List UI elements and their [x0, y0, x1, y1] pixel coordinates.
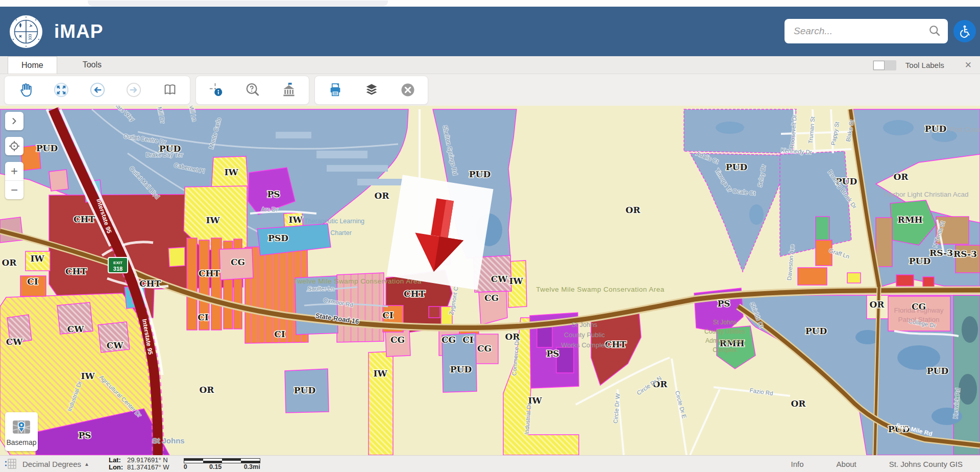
map-label: PUD [469, 169, 491, 179]
tab-bar: Home Tools Tool Labels ✕ [0, 56, 980, 74]
map-label: St Johns [572, 321, 598, 328]
map-label: PUD [36, 143, 58, 153]
map-label: PS [717, 298, 730, 309]
close-circle-icon [400, 82, 415, 98]
lat-value: 29.917691° N [127, 457, 169, 464]
map-label: PSD [268, 233, 288, 243]
accessibility-button[interactable] [953, 20, 976, 42]
map-label: IW [373, 368, 387, 379]
map-label: Saulter Ln [308, 286, 334, 292]
map-label: PS [267, 189, 280, 199]
toolbar-group-inquiry [195, 76, 309, 105]
about-link[interactable]: About [837, 460, 856, 468]
tab-tools[interactable]: Tools [69, 56, 115, 74]
query-button[interactable] [234, 76, 271, 104]
map-label: St Johns [713, 319, 737, 326]
map-label: CW [491, 274, 508, 284]
map-label: CHT [199, 268, 220, 278]
map-label: OR [375, 191, 390, 201]
map-label: CW [67, 324, 85, 334]
map-container: PUDPUDPUDPUDPUDIWPSIWIWPSDCHTCHTCHTCHTCG… [0, 106, 980, 455]
map-label: RS-3 [929, 248, 953, 258]
map-label: RS-3 [953, 249, 977, 259]
zoning-map[interactable]: PUDPUDPUDPUDPUDIWPSIWIWPSDCHTCHTCHTCHTCG… [0, 106, 980, 455]
pan-hand-icon [17, 82, 33, 98]
back-arrow-icon [90, 82, 105, 98]
status-bar: Decimal Degrees ▲ Lat:29.917691° N Lon:8… [0, 455, 980, 472]
bookmarks-button[interactable] [152, 76, 188, 104]
toolbar-group-navigation [4, 76, 190, 105]
map-label: Patrol Station [898, 316, 939, 323]
query-magnifier-icon [245, 82, 260, 98]
toolbar-group-output [314, 76, 428, 105]
identify-icon [209, 82, 224, 98]
previous-extent-button[interactable] [79, 76, 115, 104]
forward-arrow-icon [126, 82, 141, 98]
coordinate-grid-icon [4, 458, 17, 470]
tool-labels-label: Tool Labels [905, 61, 944, 69]
map-label: IW [81, 371, 95, 381]
next-extent-button[interactable] [115, 76, 152, 104]
search-icon[interactable] [928, 25, 942, 38]
map-label: CHT [605, 339, 627, 349]
expand-panel-button[interactable] [5, 112, 23, 130]
browser-artifact-strip [0, 0, 980, 7]
map-label: OR [2, 257, 17, 268]
map-label: St Johns [152, 436, 184, 445]
bookmarks-book-icon [162, 82, 178, 98]
scale-end: 0.3mi [244, 464, 260, 470]
map-label: OR [626, 205, 641, 215]
basemap-label: Basemap [6, 438, 36, 446]
print-button[interactable] [317, 76, 353, 104]
zoom-controls: + − [5, 162, 23, 199]
map-label: PUD [726, 162, 748, 172]
map-label: CHT [65, 266, 87, 276]
app-header: iMAP [0, 7, 980, 56]
map-label: County Public [564, 331, 605, 339]
map-label: Therapeutic Learning [304, 218, 364, 225]
zoom-full-extent-button[interactable] [43, 76, 79, 104]
map-label: County Utilities [704, 328, 745, 335]
map-controls: + − [5, 112, 23, 199]
map-label: CW [107, 340, 124, 350]
map-label: PUD [927, 366, 949, 376]
coordinate-format-dropdown[interactable]: Decimal Degrees ▲ [22, 460, 89, 468]
layer-list-button[interactable] [353, 76, 389, 104]
imap-app: iMAP Home Tools Tool Labels ✕ [0, 0, 980, 472]
map-label: PS [78, 430, 91, 440]
search-input[interactable] [793, 25, 928, 37]
tool-labels-toggle[interactable] [873, 60, 896, 70]
map-label: CG [231, 257, 245, 267]
page-title: iMAP [54, 21, 104, 42]
map-label: CI [274, 329, 285, 339]
zoom-out-button[interactable]: − [5, 180, 23, 199]
map-label: Twelve Mile Swamp Conservation Area [293, 277, 422, 285]
toggle-knob [873, 61, 885, 70]
print-icon [328, 82, 343, 98]
county-gis-link[interactable]: St. Johns County GIS [889, 460, 963, 468]
scale-bar-graphic [184, 458, 260, 463]
close-icon[interactable]: ✕ [965, 60, 972, 70]
zoom-in-button[interactable]: + [5, 162, 23, 180]
accessibility-icon [958, 24, 972, 38]
coordinate-format-label: Decimal Degrees [22, 460, 81, 468]
map-label: CI [27, 276, 38, 287]
map-toolbar [0, 74, 980, 106]
close-toolbar-button[interactable] [389, 76, 426, 104]
scale-mid: 0.15 [209, 464, 222, 470]
locate-button[interactable] [5, 137, 23, 155]
map-label: IW [30, 253, 44, 264]
tab-home[interactable]: Home [8, 56, 57, 74]
pan-button[interactable] [7, 76, 43, 104]
crosshair-icon [8, 140, 20, 152]
map-label: PUD [805, 326, 827, 336]
identify-button[interactable] [198, 76, 234, 104]
basemap-button[interactable]: Basemap [5, 412, 38, 451]
map-label: IW [288, 215, 303, 225]
map-label: CHT [139, 278, 161, 289]
location-marker-arrow [386, 175, 493, 290]
government-services-button[interactable] [271, 76, 307, 104]
dropdown-arrow-icon: ▲ [84, 461, 89, 467]
map-label: Administration [705, 337, 744, 344]
info-link[interactable]: Info [791, 460, 804, 468]
